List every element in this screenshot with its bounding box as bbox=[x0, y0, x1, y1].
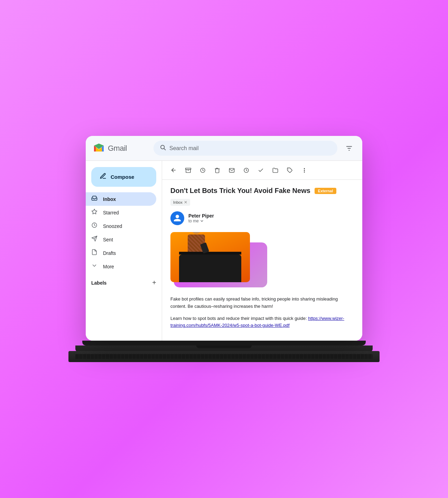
email-view: Don't Let Bots Trick You! Avoid Fake New… bbox=[162, 180, 362, 336]
svg-marker-8 bbox=[92, 209, 97, 214]
svg-point-18 bbox=[304, 168, 304, 168]
email-toolbar bbox=[162, 161, 362, 180]
sender-info: Peter Piper to me bbox=[188, 213, 214, 223]
svg-line-4 bbox=[164, 148, 165, 150]
more-options-button[interactable] bbox=[298, 164, 310, 176]
snooze-button[interactable] bbox=[197, 164, 208, 176]
sent-label: Sent bbox=[103, 237, 113, 242]
labels-title: Labels bbox=[91, 280, 106, 286]
snoozed-label: Snoozed bbox=[103, 223, 122, 229]
search-icon bbox=[160, 144, 166, 152]
sidebar-item-snoozed[interactable]: Snoozed bbox=[86, 219, 156, 233]
tag-external-badge: External bbox=[315, 188, 336, 194]
svg-point-19 bbox=[304, 170, 304, 170]
email-subject: Don't Let Bots Trick You! Avoid Fake New… bbox=[170, 187, 310, 195]
laptop-wrapper: Gmail Search mail bbox=[75, 136, 373, 362]
archive-button[interactable] bbox=[182, 164, 194, 176]
move-button[interactable] bbox=[269, 164, 281, 176]
drafts-label: Drafts bbox=[103, 250, 116, 256]
laptop-hinge bbox=[196, 345, 252, 348]
remind-button[interactable] bbox=[240, 164, 252, 176]
gmail-logo: Gmail bbox=[93, 142, 148, 155]
svg-point-20 bbox=[304, 172, 304, 172]
laptop-bottom bbox=[68, 351, 380, 362]
email-body-paragraph2: Learn how to spot bots and reduce their … bbox=[170, 315, 354, 330]
sidebar-item-starred[interactable]: Starred bbox=[86, 206, 156, 219]
delete-button[interactable] bbox=[211, 164, 223, 176]
back-button[interactable] bbox=[168, 164, 179, 176]
filter-icon[interactable] bbox=[343, 142, 355, 155]
gmail-title-text: Gmail bbox=[108, 144, 127, 153]
inbox-icon bbox=[91, 195, 97, 203]
email-image-container bbox=[170, 232, 271, 287]
person-head bbox=[191, 232, 202, 234]
svg-rect-13 bbox=[185, 168, 191, 169]
labels-add-button[interactable]: + bbox=[152, 279, 156, 287]
tag-inbox-badge: Inbox ✕ bbox=[170, 199, 190, 206]
email-content-area: Don't Let Bots Trick You! Avoid Fake New… bbox=[162, 161, 362, 341]
remove-inbox-tag-button[interactable]: ✕ bbox=[184, 200, 187, 205]
sidebar-item-inbox[interactable]: Inbox bbox=[86, 192, 156, 206]
sent-icon bbox=[91, 236, 97, 243]
gmail-window: Gmail Search mail bbox=[86, 136, 362, 341]
sender-avatar bbox=[170, 211, 184, 225]
search-input[interactable]: Search mail bbox=[169, 145, 331, 151]
sidebar-item-sent[interactable]: Sent bbox=[86, 233, 156, 246]
starred-label: Starred bbox=[103, 210, 119, 215]
sender-row: Peter Piper to me bbox=[170, 211, 354, 225]
sidebar-item-more[interactable]: More bbox=[86, 260, 156, 273]
snoozed-icon bbox=[91, 222, 97, 230]
inbox-label: Inbox bbox=[103, 196, 116, 202]
email-hero-image bbox=[170, 232, 250, 282]
sidebar-item-drafts[interactable]: Drafts bbox=[86, 246, 156, 260]
compose-button[interactable]: Compose bbox=[91, 167, 156, 187]
more-icon bbox=[91, 262, 97, 270]
gmail-logo-icon bbox=[93, 142, 105, 155]
email-subject-row: Don't Let Bots Trick You! Avoid Fake New… bbox=[170, 187, 354, 206]
mark-unread-button[interactable] bbox=[226, 164, 237, 176]
avatar-icon bbox=[173, 214, 181, 222]
gmail-body: Compose Inbox bbox=[86, 161, 362, 341]
dropdown-arrow-icon[interactable] bbox=[200, 219, 204, 223]
screen-bezel-bottom bbox=[82, 341, 366, 345]
sender-name: Peter Piper bbox=[188, 213, 214, 219]
star-icon bbox=[91, 209, 97, 216]
page-scene: Gmail Search mail bbox=[68, 59, 380, 439]
email-body-paragraph1: Fake bot profiles can easily spread fals… bbox=[170, 296, 354, 310]
gmail-header: Gmail Search mail bbox=[86, 136, 362, 161]
done-button[interactable] bbox=[255, 164, 267, 176]
more-label: More bbox=[103, 264, 114, 269]
keyboard-area bbox=[75, 354, 373, 359]
sidebar: Compose Inbox bbox=[86, 161, 162, 341]
labels-section: Labels + bbox=[86, 273, 162, 289]
sender-to: to me bbox=[188, 219, 214, 223]
search-bar[interactable]: Search mail bbox=[153, 141, 337, 156]
compose-icon bbox=[100, 173, 106, 181]
laptop-in-image bbox=[179, 255, 241, 282]
drafts-icon bbox=[91, 249, 97, 257]
label-button[interactable] bbox=[284, 164, 296, 176]
compose-label: Compose bbox=[111, 174, 134, 180]
